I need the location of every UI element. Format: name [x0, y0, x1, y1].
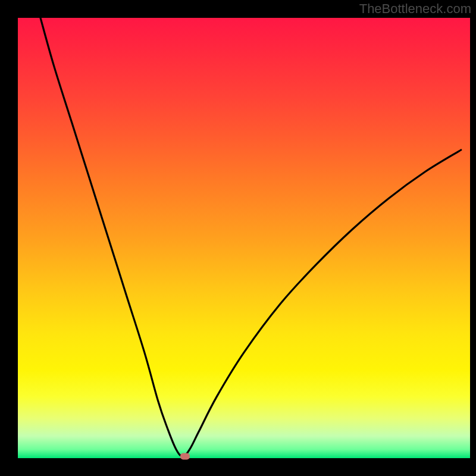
- optimum-marker: [180, 453, 190, 460]
- watermark-text: TheBottleneck.com: [359, 1, 471, 17]
- curve-path: [40, 18, 461, 456]
- bottleneck-chart: [18, 18, 470, 458]
- bottleneck-curve: [18, 18, 470, 458]
